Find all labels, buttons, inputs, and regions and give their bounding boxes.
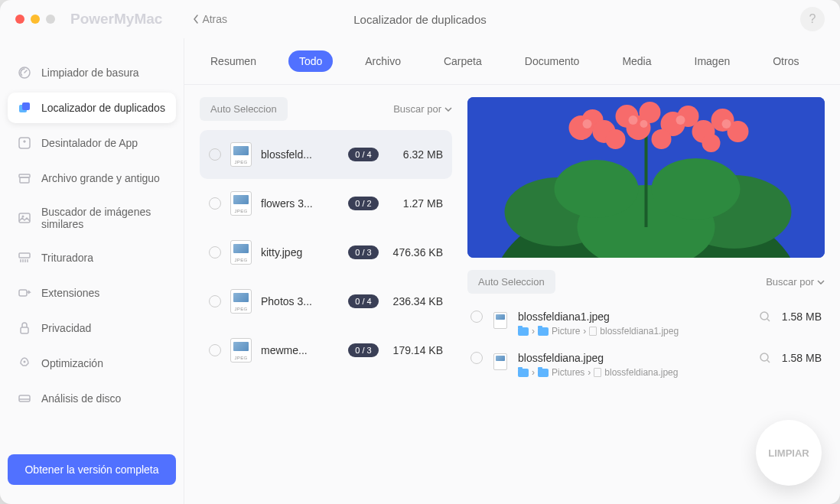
group-filename: mewme... [261, 344, 339, 356]
group-checkbox[interactable] [209, 148, 221, 161]
group-count-badge: 0 / 4 [348, 148, 379, 161]
app-icon [17, 135, 32, 151]
tab-media[interactable]: Media [611, 50, 662, 72]
group-filename: Photos 3... [261, 295, 339, 307]
sidebar-item-optimization[interactable]: Optimización [8, 348, 176, 379]
detail-size: 1.58 MB [782, 352, 822, 364]
group-filename: blossfeld... [261, 148, 339, 161]
groups-toolbar: Auto Seleccion Buscar por [200, 97, 452, 121]
detail-checkbox[interactable] [470, 311, 483, 323]
tab-other[interactable]: Otros [762, 50, 809, 72]
sidebar-item-label: Archivo grande y antiguo [41, 172, 160, 184]
sidebar-item-label: Extensiones [41, 287, 99, 299]
document-icon [594, 368, 601, 377]
crumb-sep: › [532, 326, 535, 337]
sidebar-item-privacy[interactable]: Privacidad [8, 313, 176, 343]
breadcrumb: › Pictures› blossfeldiana.jpeg [518, 367, 748, 378]
shredder-icon [17, 250, 32, 265]
group-checkbox[interactable] [209, 344, 221, 356]
sort-dropdown[interactable]: Buscar por [393, 103, 452, 115]
document-icon [589, 327, 597, 336]
group-row[interactable]: kitty.jpeg 0 / 3 476.36 KB [200, 228, 452, 277]
sidebar-item-junk-cleaner[interactable]: Limpiador de basura [8, 57, 176, 88]
sort-detail-dropdown[interactable]: Buscar por [766, 276, 825, 288]
group-size: 476.36 KB [388, 246, 443, 259]
maximize-window-icon[interactable] [46, 15, 55, 24]
svg-point-36 [722, 119, 731, 128]
chevron-down-icon [444, 107, 452, 112]
sort-label: Buscar por [393, 103, 441, 115]
sidebar-item-label: Buscador de imágenes similares [41, 206, 167, 230]
sidebar-item-shredder[interactable]: Trituradora [8, 242, 176, 273]
detail-row[interactable]: blossfeldiana1.jpeg › Picture› blossfeld… [467, 303, 825, 344]
detail-toolbar: Auto Seleccion Buscar por [467, 270, 825, 294]
tab-selected[interactable]: Seleccionado [831, 50, 840, 72]
magnifier-icon[interactable] [759, 311, 771, 323]
sidebar-item-label: Localizador de duplicados [41, 102, 165, 114]
sidebar-item-duplicate-finder[interactable]: Localizador de duplicados [8, 93, 176, 123]
jpeg-file-icon [230, 240, 252, 265]
tab-file[interactable]: Archivo [354, 50, 412, 72]
detail-filename: blossfeldiana.jpeg [518, 352, 748, 364]
detail-size: 1.58 MB [782, 311, 822, 323]
tab-document[interactable]: Documento [514, 50, 591, 72]
auto-select-detail-button[interactable]: Auto Seleccion [467, 270, 555, 294]
svg-point-39 [760, 353, 768, 361]
svg-point-34 [629, 115, 638, 125]
app-body: Limpiador de basura Localizador de dupli… [0, 38, 840, 504]
magnifier-icon[interactable] [759, 352, 771, 364]
tab-folder[interactable]: Carpeta [433, 50, 493, 72]
breadcrumb: › Picture› blossfeldiana1.jpeg [518, 326, 748, 337]
group-filename: kitty.jpeg [261, 246, 339, 259]
auto-select-button[interactable]: Auto Seleccion [200, 97, 288, 121]
sort-label: Buscar por [766, 276, 814, 288]
chevron-down-icon [817, 280, 825, 285]
group-row[interactable]: mewme... 0 / 3 179.14 KB [200, 326, 452, 375]
svg-rect-4 [20, 177, 29, 183]
clean-button[interactable]: LIMPIAR [756, 420, 822, 486]
tab-all[interactable]: Todo [288, 50, 333, 72]
group-count-badge: 0 / 3 [348, 245, 379, 259]
detail-checkbox[interactable] [470, 352, 483, 364]
help-button[interactable]: ? [800, 7, 825, 31]
svg-rect-5 [19, 213, 30, 223]
detail-row[interactable]: blossfeldiana.jpeg › Pictures› blossfeld… [467, 344, 825, 385]
group-count-badge: 0 / 3 [348, 343, 379, 357]
sidebar-item-label: Análisis de disco [41, 392, 121, 405]
group-checkbox[interactable] [209, 295, 221, 307]
svg-point-32 [702, 134, 721, 152]
sidebar-item-similar-images[interactable]: Buscador de imágenes similares [8, 198, 176, 238]
minimize-window-icon[interactable] [31, 15, 40, 24]
sidebar-item-disk-analysis[interactable]: Análisis de disco [8, 383, 176, 414]
crumb-file: blossfeldiana.jpeg [604, 367, 678, 378]
crumb-folder: Picture [552, 326, 580, 337]
sidebar-item-extensions[interactable]: Extensiones [8, 278, 176, 308]
svg-point-24 [640, 102, 661, 123]
svg-rect-7 [19, 253, 30, 258]
crumb-sep: › [588, 367, 591, 378]
tab-image[interactable]: Imagen [684, 50, 741, 72]
group-checkbox[interactable] [209, 197, 221, 210]
chevron-left-icon [193, 15, 199, 24]
jpeg-file-icon [230, 289, 252, 314]
close-window-icon[interactable] [15, 15, 24, 24]
group-count-badge: 0 / 4 [348, 294, 379, 308]
sidebar-item-label: Limpiador de basura [41, 67, 139, 79]
speedometer-icon [17, 65, 32, 80]
svg-point-18 [652, 158, 741, 219]
sidebar-item-label: Privacidad [41, 322, 91, 334]
crumb-sep: › [583, 326, 586, 337]
back-button[interactable]: Atras [193, 13, 227, 25]
groups-list: blossfeld... 0 / 4 6.32 MB flowers 3... … [200, 130, 452, 492]
sidebar-item-app-uninstaller[interactable]: Desintalador de App [8, 128, 176, 158]
detail-info: blossfeldiana.jpeg › Pictures› blossfeld… [518, 352, 748, 378]
group-row[interactable]: Photos 3... 0 / 4 236.34 KB [200, 277, 452, 326]
tab-summary[interactable]: Resumen [200, 50, 267, 72]
image-icon [17, 210, 32, 226]
group-checkbox[interactable] [209, 246, 221, 259]
full-version-button[interactable]: Obtener la versión completa [8, 454, 176, 485]
group-row[interactable]: blossfeld... 0 / 4 6.32 MB [200, 130, 452, 179]
sidebar-item-large-old-files[interactable]: Archivo grande y antiguo [8, 163, 176, 193]
back-label: Atras [202, 13, 227, 25]
group-row[interactable]: flowers 3... 0 / 2 1.27 MB [200, 179, 452, 228]
